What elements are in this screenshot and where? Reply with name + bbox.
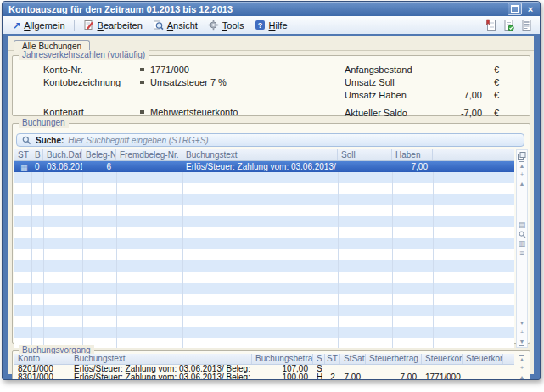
cell-konto: 8201/000 [14, 365, 70, 373]
bookings-table: ST B Buch.Dat. Beleg-Nr. Fremdbeleg-Nr. … [14, 149, 528, 348]
booking-row[interactable]: ▦ 0 03.06.2013 6 Erlös/Steuer: Zahlung v… [14, 161, 514, 172]
window-titlebar[interactable]: Kontoauszug für den Zeitraum 01.2013 bis… [3, 2, 540, 16]
cell-st [325, 365, 340, 373]
scroll-pageup-button[interactable]: + [517, 363, 527, 372]
menu-item-bearbeiten[interactable]: Bearbeiten [78, 18, 148, 32]
page-down-icon: + [520, 328, 524, 336]
cell-betrag: 100,00 [252, 373, 313, 380]
column-header-b[interactable]: B [31, 149, 43, 160]
column-header-steuerkonto2[interactable]: Steuerkonto 2 [463, 354, 503, 364]
field-anfangsbestand: Anfangsbestand € [345, 63, 499, 76]
window-title: Kontoauszug für den Zeitraum 01.2013 bis… [8, 4, 508, 14]
field-value: Umsatzsteuer 7 % [150, 77, 227, 87]
menu-label-allgemein: Allgemein [24, 20, 64, 31]
report-button[interactable] [484, 19, 497, 32]
menu-item-tools[interactable]: Tools [203, 18, 250, 32]
cell-soll [338, 161, 392, 172]
field-label: Kontobezeichnung [43, 77, 140, 87]
scroll-first-icon: ▲ [519, 161, 525, 170]
column-header-st[interactable]: ST [325, 354, 340, 364]
cell-st: 2 [325, 373, 340, 380]
list-export-button[interactable] [519, 19, 533, 32]
columns-view-icon: ≡ [519, 249, 524, 257]
detail-view-button[interactable]: ▤ [517, 221, 527, 230]
field-value: -7,00 [441, 108, 482, 118]
column-header-buchungsbetrag[interactable]: Buchungsbetrag [252, 354, 313, 364]
cell-steuerkonto1: 1771/000 [422, 373, 463, 380]
cell-s: S [313, 365, 325, 373]
field-value: 1771/000 [150, 64, 189, 75]
tab-strip: Alle Buchungen [8, 36, 534, 51]
column-header-haben[interactable]: Haben [392, 149, 433, 160]
scroll-up-button[interactable]: ▲ [517, 372, 527, 380]
transaction-table-header: Konto Buchungstext Buchungsbetrag S ST S… [14, 354, 514, 365]
field-aktueller-saldo: Aktueller Saldo -7,00 € [345, 106, 499, 119]
column-header-belegnr[interactable]: Beleg-Nr. [82, 149, 116, 160]
toolbar-right [484, 19, 535, 32]
refresh-button[interactable] [502, 19, 515, 32]
menu-label-bearbeiten: Bearbeiten [98, 20, 143, 31]
transaction-row[interactable]: 8301/000 Erlös/Steuer: Zahlung vom: 03.0… [14, 373, 514, 380]
scroll-up-button[interactable]: ▲ [517, 179, 527, 188]
up-arrow-icon: ▲ [519, 373, 525, 380]
field-value: 7,00 [441, 90, 482, 100]
column-header-konto[interactable]: Konto [14, 354, 70, 364]
zoom-button[interactable] [517, 230, 527, 239]
column-header-buchungstext[interactable]: Buchungstext [182, 149, 338, 160]
column-header-buchdat[interactable]: Buch.Dat. [43, 149, 82, 160]
search-bar[interactable]: Suche: [16, 133, 524, 147]
content-panel: Alle Buchungen Jahresverkehrszahlen (vor… [8, 36, 534, 374]
columns-view-button[interactable]: ≡ [517, 249, 527, 258]
page-up-icon: + [520, 364, 524, 372]
scroll-down-button[interactable]: ▼ [517, 318, 527, 328]
column-header-fremdbelegnr[interactable]: Fremdbeleg-Nr. [116, 149, 182, 160]
section-title: Buchungen [19, 118, 69, 128]
restore-button[interactable] [508, 3, 522, 15]
scroll-first-button[interactable]: ▲ [517, 160, 527, 170]
menubar: ↗ Allgemein Bearbeiten [3, 16, 540, 35]
column-header-stsatz[interactable]: StSatz [340, 354, 366, 364]
column-header-steuerbetrag[interactable]: Steuerbetrag [366, 354, 422, 364]
menu-item-ansicht[interactable]: Ansicht [148, 18, 203, 32]
search-input[interactable] [68, 135, 519, 145]
field-label: Aktueller Saldo [345, 108, 441, 118]
app-window: Kontoauszug für den Zeitraum 01.2013 bis… [2, 1, 541, 380]
section-title: Jahresverkehrszahlen (vorläufig) [19, 50, 149, 60]
column-header-soll[interactable]: Soll [338, 149, 392, 160]
menu-label-ansicht: Ansicht [167, 20, 198, 31]
menu-item-allgemein[interactable]: ↗ Allgemein [8, 19, 70, 32]
column-header-st[interactable]: ST [14, 149, 31, 160]
column-header-buchungstext[interactable]: Buchungstext [70, 354, 252, 364]
list-view-button[interactable]: ▥ [517, 239, 527, 249]
window-controls: × [508, 3, 536, 15]
column-header-steuerkonto1[interactable]: Steuerkonto 1 [422, 354, 463, 364]
scroll-pagedown-button[interactable]: + [517, 328, 527, 337]
cell-b: 0 [31, 161, 43, 172]
transaction-nav-strip: ▲ + ▲ [516, 354, 528, 380]
close-icon: × [528, 4, 533, 14]
scroll-first-button[interactable]: ▲ [517, 354, 527, 363]
transaction-row[interactable]: 8201/000 Erlös/Steuer: Zahlung vom: 03.0… [14, 365, 514, 373]
field-label: Konto-Nr. [43, 64, 140, 75]
scroll-last-button[interactable]: ▼ [517, 337, 527, 346]
jump-arrow-icon: ↗ [13, 21, 20, 30]
cell-steuerkonto2 [463, 365, 503, 373]
balance-fields: Anfangsbestand € Umsatz Soll € Umsatz Ha… [345, 63, 499, 119]
table-nav-strip: ▲ + ▲ ▤ ▥ ≡ [516, 149, 528, 348]
close-button[interactable]: × [524, 3, 536, 14]
detail-view-icon: ▤ [519, 221, 526, 229]
search-label: Suche: [36, 136, 64, 145]
cell-konto: 8301/000 [14, 373, 70, 380]
list-view-icon: ▥ [519, 240, 526, 248]
column-header-filler [503, 354, 514, 364]
scroll-last-icon: ▼ [519, 338, 525, 346]
restore-icon [511, 5, 519, 13]
scroll-pageup-button[interactable]: + [517, 170, 527, 179]
scroll-first-icon: ▲ [519, 355, 525, 363]
cell-steuerbetrag: 7,00 [366, 373, 422, 380]
column-header-s[interactable]: S [313, 354, 325, 364]
column-chooser-button[interactable] [517, 151, 527, 160]
menu-item-hilfe[interactable]: ? Hilfe [250, 18, 293, 32]
bullet-icon [140, 110, 144, 114]
gear-icon [208, 20, 219, 31]
